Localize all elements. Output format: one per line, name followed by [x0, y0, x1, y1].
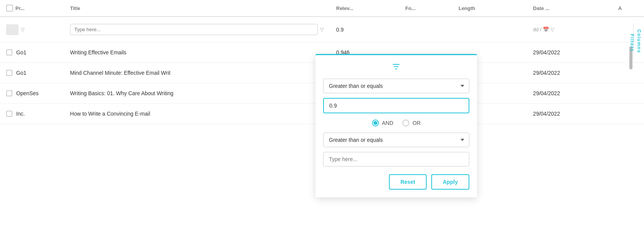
row4-pr: Inc. [0, 104, 64, 124]
apply-button[interactable]: Apply [431, 174, 469, 190]
relevance-filter-panel: Greater than or equals Less than or equa… [315, 54, 477, 197]
row2-date: 29/04/2022 [527, 63, 612, 83]
row1-checkbox[interactable] [6, 49, 12, 56]
reset-button[interactable]: Reset [389, 174, 427, 190]
title-filter-cell[interactable]: ▽ [64, 17, 330, 42]
row4-title: How to Write a Convincing E-mail [64, 104, 330, 124]
row1-pr: Go1 [0, 42, 64, 63]
row4-checkbox[interactable] [6, 111, 12, 117]
col-header-date: Date ... [527, 0, 612, 17]
calendar-icon[interactable]: 📅 [543, 27, 549, 32]
and-label: AND [382, 120, 394, 126]
col-header-title: Title [64, 0, 330, 17]
relevance-filter-value: 0.9 [336, 27, 344, 33]
value1-input[interactable] [323, 98, 469, 113]
row3-checkbox[interactable] [6, 90, 12, 96]
row3-pr: OpenSes [0, 83, 64, 104]
date-filter-cell: dd / 📅 ▽ [527, 17, 612, 42]
pr-filter-icon[interactable]: ▽ [21, 27, 25, 32]
sidebar-columns-filters[interactable]: Columns Filters [633, 23, 644, 59]
filter-button-row: Reset Apply [323, 174, 469, 190]
row2-a [612, 63, 644, 83]
date-placeholder: dd / [533, 27, 542, 32]
and-radio[interactable]: AND [372, 119, 394, 126]
col-pr-label: Pr... [15, 5, 25, 11]
row3-date: 29/04/2022 [527, 83, 612, 104]
col-header-format: Fo... [399, 0, 452, 17]
or-label: OR [412, 120, 420, 126]
row3-a [612, 83, 644, 104]
relevance-filter-cell: 0.9 [330, 17, 399, 42]
value2-input[interactable] [323, 152, 469, 167]
filter-row: ▽ ▽ 0.9 dd / 📅 [0, 17, 644, 42]
row4-date: 29/04/2022 [527, 104, 612, 124]
condition2-dropdown[interactable]: Greater than or equals Less than or equa… [323, 133, 469, 147]
filters-text: Filters [629, 34, 635, 52]
row1-date: 29/04/2022 [527, 42, 612, 63]
row1-title: Writing Effective Emails [64, 42, 330, 63]
col-header-length: Length [452, 0, 527, 17]
panel-filter-icon [392, 63, 400, 72]
row2-checkbox[interactable] [6, 70, 12, 76]
row2-pr: Go1 [0, 63, 64, 83]
date-filter-icon[interactable]: ▽ [551, 27, 554, 32]
pr-filter-cell: ▽ [0, 17, 64, 42]
logic-radio-group: AND OR [323, 119, 469, 126]
col-header-relevance: Relev... [330, 0, 399, 17]
title-filter-icon[interactable]: ▽ [320, 27, 324, 32]
or-radio[interactable]: OR [402, 119, 420, 126]
header-checkbox[interactable] [6, 5, 13, 12]
title-filter-input[interactable] [70, 24, 318, 35]
columns-text: Columns [636, 29, 642, 53]
and-radio-outer [372, 119, 379, 126]
pr-filter-box [6, 24, 18, 35]
length-filter-cell [452, 17, 527, 42]
col-header-a: A [612, 0, 644, 17]
row4-a [612, 104, 644, 124]
and-radio-inner [374, 121, 377, 125]
or-radio-outer [402, 119, 409, 126]
condition1-dropdown[interactable]: Greater than or equals Less than or equa… [323, 79, 469, 93]
format-filter-cell [399, 17, 452, 42]
col-header-pr: Pr... [0, 0, 64, 17]
row3-title: Writing Basics: 01. Why Care About Writi… [64, 83, 330, 104]
row2-title: Mind Channel Minute: Effective Email Wri… [64, 63, 330, 83]
